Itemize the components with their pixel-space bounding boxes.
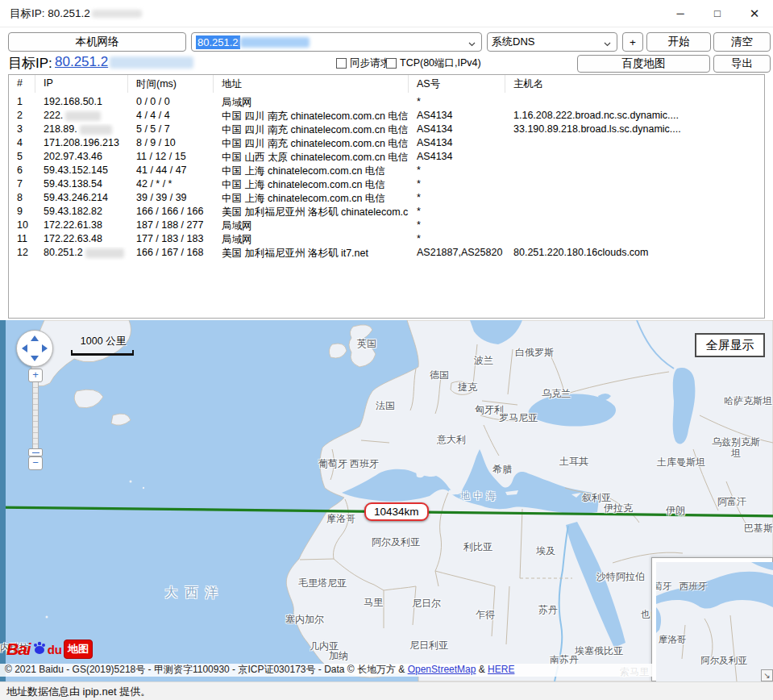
app-window: 目标IP: 80.251.2 ─ □ ✕ 本机网络 80.251.2 系统DNS… [0, 0, 773, 700]
hop-time: 42 / * / * [128, 178, 214, 192]
baidu-logo-text: du [48, 643, 62, 656]
clear-button[interactable]: 清空 [713, 32, 771, 52]
target-ip-combobox[interactable]: 80.251.2 [191, 32, 482, 52]
hop-asn: * [409, 233, 505, 247]
overview-inset-map[interactable]: 葡萄牙西班牙摩洛哥阿尔及利亚 ↘ [651, 557, 773, 681]
add-button[interactable]: + [622, 32, 643, 52]
target-ip-value: 80.251.2 [196, 35, 240, 49]
hop-location: 局域网 [214, 96, 409, 110]
here-link[interactable]: HERE [488, 664, 514, 675]
table-row[interactable]: 4171.208.196.2138 / 9 / 10中国 四川 南充 china… [9, 137, 764, 151]
column-header: 时间(ms) [128, 75, 214, 93]
table-row[interactable]: 10172.22.61.38187 / 188 / 277局域网* [9, 219, 764, 233]
hop-number: 9 [9, 206, 35, 219]
openstreetmap-link[interactable]: OpenStreetMap [408, 664, 476, 675]
column-header: 地址 [214, 75, 409, 93]
export-button[interactable]: 导出 [713, 55, 771, 73]
hop-ip: 218.89. [35, 123, 128, 137]
titlebar: 目标IP: 80.251.2 ─ □ ✕ [0, 0, 773, 27]
hop-asn: * [409, 178, 505, 192]
hop-time: 0 / 0 / 0 [128, 96, 214, 110]
minimize-icon[interactable]: ─ [662, 0, 699, 27]
hop-ip: 59.43.246.214 [35, 192, 128, 206]
dns-combobox[interactable]: 系统DNS [487, 32, 617, 52]
hop-asn: AS4134 [409, 110, 505, 123]
pan-right-icon[interactable] [42, 344, 48, 352]
hop-hostname: 33.190.89.218.broad.ls.sc.dynamic.... [505, 123, 764, 137]
hop-ip: 222. [35, 110, 128, 123]
hop-number: 6 [9, 165, 35, 178]
table-row[interactable]: 859.43.246.21439 / 39 / 39中国 上海 chinatel… [9, 192, 764, 206]
table-row[interactable]: 5202.97.43.4611 / 12 / 15中国 山西 太原 chinat… [9, 151, 764, 165]
inset-toggle-button[interactable]: ↘ [761, 669, 773, 681]
dns-value: 系统DNS [492, 35, 534, 49]
hop-asn: AS21887,AS25820 [409, 247, 505, 260]
zoom-out-button[interactable]: − [28, 456, 43, 470]
tcp-checkbox[interactable]: TCP(80端口,IPv4) [386, 56, 481, 70]
map-scale: 1000 公里 [71, 335, 135, 356]
hop-location: 局域网 [214, 233, 409, 247]
table-row[interactable]: 959.43.182.82166 / 166 / 166美国 加利福尼亚州 洛杉… [9, 206, 764, 219]
hop-hostname [505, 233, 764, 247]
hop-number: 1 [9, 96, 35, 110]
redacted-ip [65, 111, 101, 121]
zoom-in-button[interactable]: + [28, 369, 43, 382]
hop-number: 11 [9, 233, 35, 247]
status-bar: 地址数据信息由 ipip.net 提供。 [0, 681, 773, 700]
redacted-ip [85, 248, 124, 258]
column-header: 主机名 [505, 75, 764, 93]
hop-hostname [505, 96, 764, 110]
window-controls: ─ □ ✕ [662, 0, 773, 27]
table-row[interactable]: 2222.4 / 4 / 4中国 四川 南充 chinatelecom.com.… [9, 110, 764, 123]
close-icon[interactable]: ✕ [736, 0, 773, 27]
hop-location: 美国 加利福尼亚州 洛杉矶 it7.net [214, 247, 409, 260]
table-row[interactable]: 659.43.152.14541 / 44 / 47中国 上海 chinatel… [9, 165, 764, 178]
table-row[interactable]: 11172.22.63.48177 / 183 / 183局域网* [9, 233, 764, 247]
hop-time: 11 / 12 / 15 [128, 151, 214, 165]
map-pan-control[interactable] [16, 330, 53, 367]
target-ip-link[interactable]: 80.251.2 [55, 54, 193, 70]
baidu-map-button[interactable]: 百度地图 [577, 55, 710, 73]
table-row[interactable]: 3218.89.5 / 5 / 7中国 四川 南充 chinatelecom.c… [9, 123, 764, 137]
zoom-slider-thumb[interactable] [28, 448, 43, 456]
zoom-slider-track[interactable] [32, 382, 39, 456]
table-row[interactable]: 1192.168.50.10 / 0 / 0局域网* [9, 96, 764, 110]
hop-location: 中国 四川 南充 chinatelecom.com.cn 电信 [214, 137, 409, 151]
hop-hostname: 1.16.208.222.broad.nc.sc.dynamic.... [505, 110, 764, 123]
hop-location: 中国 上海 chinatelecom.com.cn 电信 [214, 178, 409, 192]
local-network-button[interactable]: 本机网络 [8, 32, 186, 52]
hop-ip: 172.22.63.48 [35, 233, 128, 247]
hop-asn: AS4134 [409, 123, 505, 137]
pan-down-icon[interactable] [31, 356, 39, 361]
pan-left-icon[interactable] [22, 344, 27, 352]
hop-time: 166 / 166 / 166 [128, 206, 214, 219]
hop-number: 10 [9, 219, 35, 233]
start-button[interactable]: 开始 [646, 32, 711, 52]
column-header: # [9, 75, 35, 93]
hop-location: 中国 上海 chinatelecom.com.cn 电信 [214, 165, 409, 178]
table-row[interactable]: 1280.251.2166 / 167 / 168美国 加利福尼亚州 洛杉矶 i… [9, 247, 764, 260]
hop-time: 8 / 9 / 10 [128, 137, 214, 151]
hop-hostname: 80.251.220.180.16clouds.com [505, 247, 764, 260]
maximize-icon[interactable]: □ [699, 0, 736, 27]
sync-request-checkbox[interactable]: 同步请求 [336, 56, 390, 70]
hop-hostname [505, 206, 764, 219]
pan-up-icon[interactable] [31, 335, 39, 341]
hop-location: 中国 上海 chinatelecom.com.cn 电信 [214, 192, 409, 206]
hop-hostname [505, 165, 764, 178]
scale-bar [71, 350, 134, 356]
hop-asn: * [409, 165, 505, 178]
baidu-logo[interactable]: Bai du 地图 [6, 637, 93, 661]
baidu-map[interactable]: 英国波兰白俄罗斯德国捷克乌克兰哈萨克斯坦法国匈牙利罗马尼亚意大利乌兹别克斯坦葡萄… [0, 320, 773, 681]
hop-asn: * [409, 96, 505, 110]
traceroute-table: #IP时间(ms)地址AS号主机名 1192.168.50.10 / 0 / 0… [8, 74, 765, 319]
hop-number: 8 [9, 192, 35, 206]
map-copyright: © 2021 Baidu - GS(2019)5218号 - 甲测资字11009… [0, 664, 655, 677]
hop-location: 中国 四川 南充 chinatelecom.com.cn 电信 [214, 123, 409, 137]
redacted-ip [240, 37, 310, 48]
hop-location: 美国 加利福尼亚州 洛杉矶 chinatelecom.c... [214, 206, 409, 219]
fullscreen-button[interactable]: 全屏显示 [695, 333, 765, 357]
hop-time: 4 / 4 / 4 [128, 110, 214, 123]
hop-time: 5 / 5 / 7 [128, 123, 214, 137]
table-row[interactable]: 759.43.138.5442 / * / *中国 上海 chinateleco… [9, 178, 764, 192]
